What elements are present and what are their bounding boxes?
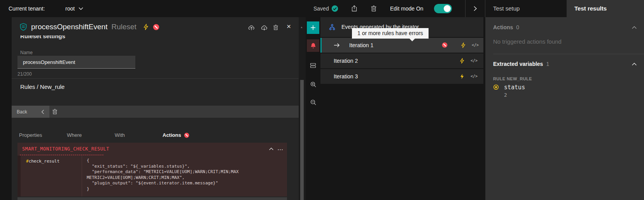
toggle-knob bbox=[444, 5, 451, 12]
action-block: SMART_MONITORING_CHECK_RESULT ⋯ #check_r… bbox=[18, 143, 287, 196]
ruleset-type-label: Ruleset bbox=[111, 23, 136, 31]
edit-mode-label: Edit mode On bbox=[390, 0, 424, 17]
actions-count: 0 bbox=[516, 24, 519, 30]
variables-section-header[interactable]: Extracted variables1 bbox=[493, 61, 549, 67]
code-gutter bbox=[18, 156, 21, 196]
breadcrumb: Rules / New_rule bbox=[20, 83, 65, 90]
collapse-block-icon[interactable] bbox=[269, 147, 274, 152]
chevron-left-icon bbox=[41, 110, 44, 114]
zoom-out-button[interactable] bbox=[307, 96, 319, 108]
app-root: Current tenant: root Saved Edit mode On bbox=[0, 0, 644, 200]
lightning-outline-icon bbox=[143, 23, 149, 30]
action-block-body: #check_result { "exit_status": "${_varia… bbox=[18, 156, 287, 196]
topbar-divider-2 bbox=[485, 0, 485, 17]
lightning-outline-icon bbox=[460, 42, 466, 48]
canvas-toolbar bbox=[306, 17, 320, 200]
rule-name-label: RULE NEW_RULE bbox=[493, 76, 532, 81]
variable-value: 2 bbox=[504, 92, 507, 98]
iteration-label: Iteration 2 bbox=[334, 53, 358, 68]
iteration-row-2[interactable]: Iteration 2 </> bbox=[320, 53, 483, 68]
current-tenant-label: Current tenant: bbox=[9, 0, 45, 17]
actions-empty-message: No triggered actions found bbox=[493, 38, 562, 45]
tab-where[interactable]: Where bbox=[65, 129, 112, 144]
action-block-title: SMART_MONITORING_CHECK_RESULT bbox=[22, 143, 109, 156]
lightning-filled-icon bbox=[459, 73, 465, 80]
iteration-row-3[interactable]: Iteration 3 </> bbox=[320, 69, 483, 84]
cloud-download-icon[interactable] bbox=[261, 24, 268, 31]
tab-test-setup[interactable]: Test setup bbox=[493, 0, 520, 17]
notifications-button[interactable] bbox=[307, 39, 319, 52]
trash-icon-topbar[interactable] bbox=[370, 5, 377, 12]
action-key: #check_result bbox=[21, 156, 82, 196]
back-button-label: Back bbox=[17, 109, 27, 115]
error-underline bbox=[20, 155, 103, 155]
tab-error-badge-icon bbox=[184, 133, 189, 138]
delete-rule-icon[interactable] bbox=[52, 108, 58, 115]
action-value-cell[interactable]: { "exit_status": "${_variables.status}",… bbox=[82, 156, 287, 196]
variables-count: 1 bbox=[546, 61, 549, 67]
tab-actions[interactable]: Actions bbox=[161, 129, 208, 144]
close-icon[interactable]: × bbox=[287, 22, 291, 31]
ruleset-header: processOpenshiftEvent Ruleset bbox=[19, 23, 159, 31]
view-code-icon[interactable]: </> bbox=[471, 69, 478, 84]
chevron-down-icon bbox=[79, 7, 83, 10]
settings-heading-clipped: Ruleset settings bbox=[20, 35, 137, 40]
trash-icon-panel[interactable] bbox=[273, 24, 279, 31]
variable-radio-icon bbox=[493, 84, 499, 90]
events-panel: Events generated by the iterator Iterati… bbox=[320, 17, 483, 200]
ruleset-shield-icon bbox=[19, 23, 27, 31]
rule-tabs: Properties Where With Actions bbox=[18, 129, 208, 144]
test-results-panel: Actions0 No triggered actions found Extr… bbox=[485, 17, 644, 200]
scroll-up-icon[interactable]: ▲ bbox=[300, 26, 303, 28]
iteration-label: Iteration 1 bbox=[349, 38, 373, 53]
actions-section-header[interactable]: Actions0 bbox=[493, 24, 519, 30]
zoom-in-button[interactable] bbox=[307, 78, 319, 90]
collapse-variables-icon[interactable] bbox=[632, 62, 637, 67]
edit-mode-toggle[interactable] bbox=[434, 4, 452, 13]
overflow-menu-icon[interactable]: ⋯ bbox=[277, 143, 283, 156]
zoom-out-icon bbox=[310, 99, 317, 106]
view-code-icon[interactable]: </> bbox=[471, 53, 478, 68]
bell-icon bbox=[310, 42, 317, 49]
panel-scrollbar[interactable]: ▲ bbox=[299, 17, 306, 200]
name-input[interactable] bbox=[18, 56, 135, 69]
tab-properties[interactable]: Properties bbox=[18, 129, 65, 144]
ruleset-editor-panel: processOpenshiftEvent Ruleset bbox=[12, 17, 299, 200]
back-button[interactable]: Back bbox=[12, 106, 49, 118]
action-block-header: SMART_MONITORING_CHECK_RESULT ⋯ bbox=[18, 143, 287, 156]
error-slash-icon bbox=[153, 24, 159, 30]
saved-check-icon bbox=[331, 5, 338, 12]
top-bar: Current tenant: root Saved Edit mode On bbox=[0, 0, 644, 17]
scrollbar-thumb[interactable] bbox=[300, 80, 304, 200]
lightning-outline-icon bbox=[459, 58, 465, 64]
collapse-actions-icon[interactable] bbox=[632, 25, 637, 30]
saved-status-label: Saved bbox=[313, 0, 329, 17]
zoom-in-icon bbox=[310, 81, 317, 88]
rows-view-button[interactable] bbox=[307, 59, 319, 72]
tab-test-results[interactable]: Test results bbox=[567, 0, 644, 19]
plus-icon bbox=[310, 25, 316, 31]
rows-icon bbox=[310, 62, 316, 69]
variable-name: status bbox=[504, 84, 525, 91]
cloud-upload-icon[interactable] bbox=[248, 24, 255, 31]
add-button[interactable] bbox=[307, 21, 319, 34]
tenant-dropdown[interactable]: root bbox=[65, 0, 83, 17]
section-divider bbox=[12, 78, 299, 79]
iteration-row-1[interactable]: Iteration 1 </> bbox=[320, 38, 483, 53]
test-results-label: Test results bbox=[574, 5, 607, 12]
export-icon[interactable] bbox=[351, 5, 358, 12]
view-code-icon[interactable]: </> bbox=[472, 38, 479, 53]
tooltip-caret bbox=[409, 38, 415, 41]
results-divider bbox=[493, 54, 644, 54]
char-counter: 21/200 bbox=[18, 71, 32, 77]
rule-toolbar: Back bbox=[12, 106, 299, 118]
next-row-strip bbox=[18, 197, 287, 200]
tab-with[interactable]: With bbox=[113, 129, 160, 144]
current-iteration-arrow-icon bbox=[333, 42, 340, 48]
chevron-right-icon bbox=[473, 6, 477, 11]
collapse-panel-button[interactable] bbox=[466, 0, 485, 17]
iteration-label: Iteration 3 bbox=[334, 69, 358, 84]
ruleset-title: processOpenshiftEvent bbox=[31, 23, 107, 31]
error-tooltip: 1 or more rules have errors bbox=[352, 28, 429, 39]
action-code: { "exit_status": "${_variables.status}",… bbox=[87, 158, 283, 192]
